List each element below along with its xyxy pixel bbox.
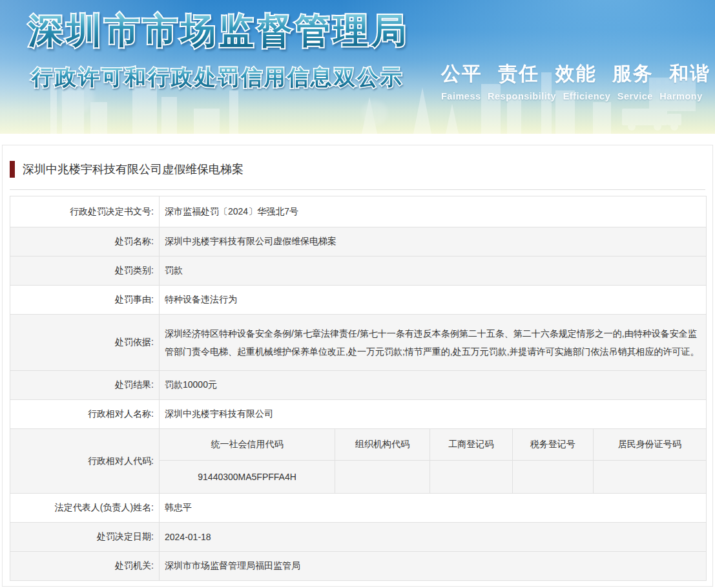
table-row-penalty-authority: 处罚机关: 深圳市市场监督管理局福田监管局 bbox=[10, 552, 707, 581]
title-divider bbox=[10, 189, 705, 190]
credit-code-value: 91440300MA5FPFFA4H bbox=[160, 461, 335, 494]
party-code-cell: 统一社会信用代码 组织机构代码 工商登记码 税务登记号 居民身份证号码 9144… bbox=[160, 429, 707, 494]
row-label: 处罚事由: bbox=[10, 286, 160, 315]
party-code-header-row: 统一社会信用代码 组织机构代码 工商登记码 税务登记号 居民身份证号码 bbox=[160, 429, 706, 461]
party-code-table: 统一社会信用代码 组织机构代码 工商登记码 税务登记号 居民身份证号码 9144… bbox=[160, 429, 706, 493]
row-value: 罚款10000元 bbox=[160, 371, 707, 400]
row-value: 深圳市市场监督管理局福田监管局 bbox=[160, 552, 707, 581]
table-row-decision-date: 处罚决定日期: 2024-01-18 bbox=[10, 523, 707, 552]
content-panel: 深圳中兆楼宇科技有限公司虚假维保电梯案 行政处罚决定书文号: 深市监福处罚〔20… bbox=[2, 145, 713, 587]
table-row-penalty-basis: 处罚依据: 深圳经济特区特种设备安全条例/第七章法律责任/第七十一条有违反本条例… bbox=[10, 315, 707, 371]
banner-subtitle: 行政许可和行政处罚信用信息双公示 bbox=[31, 65, 404, 89]
row-value: 深市监福处罚〔2024〕华强北7号 bbox=[160, 196, 707, 227]
truck-icon bbox=[622, 109, 681, 131]
row-value: 深圳中兆楼宇科技有限公司 bbox=[160, 400, 707, 429]
col-header-tax-reg: 税务登记号 bbox=[512, 429, 593, 461]
row-value: 深圳中兆楼宇科技有限公司虚假维保电梯案 bbox=[160, 227, 707, 257]
table-row-party-name: 行政相对人名称: 深圳中兆楼宇科技有限公司 bbox=[10, 400, 707, 429]
col-header-credit-code: 统一社会信用代码 bbox=[160, 429, 335, 461]
table-row-penalty-reason: 处罚事由: 特种设备违法行为 bbox=[10, 286, 707, 315]
row-value: 特种设备违法行为 bbox=[160, 286, 707, 315]
case-title: 深圳中兆楼宇科技有限公司虚假维保电梯案 bbox=[23, 160, 244, 179]
banner-slogan: 公平 责任 效能 服务 和谐 Faimess Responsibility Ef… bbox=[441, 61, 699, 101]
org-code-value bbox=[335, 461, 430, 494]
row-value: 罚款 bbox=[160, 257, 707, 286]
col-header-business-reg: 工商登记码 bbox=[430, 429, 512, 461]
table-row-penalty-result: 处罚结果: 罚款10000元 bbox=[10, 371, 707, 400]
table-row-penalty-name: 处罚名称: 深圳中兆楼宇科技有限公司虚假维保电梯案 bbox=[10, 227, 707, 257]
penalty-info-table: 行政处罚决定书文号: 深市监福处罚〔2024〕华强北7号 处罚名称: 深圳中兆楼… bbox=[10, 196, 707, 581]
site-banner: 深圳市市场监督管理局 行政许可和行政处罚信用信息双公示 公平 责任 效能 服务 … bbox=[0, 0, 715, 134]
row-label: 处罚结果: bbox=[10, 371, 160, 400]
table-row-decision-number: 行政处罚决定书文号: 深市监福处罚〔2024〕华强北7号 bbox=[10, 196, 707, 227]
row-value: 韩忠平 bbox=[160, 494, 707, 523]
col-header-org-code: 组织机构代码 bbox=[335, 429, 430, 461]
id-number-value bbox=[593, 461, 706, 494]
row-label: 行政相对人名称: bbox=[10, 400, 160, 429]
banner-slogan-en: Faimess Responsibility Efficiency Servic… bbox=[441, 91, 699, 101]
banner-slogan-cn: 公平 责任 效能 服务 和谐 bbox=[441, 61, 699, 87]
party-code-value-row: 91440300MA5FPFFA4H bbox=[160, 461, 706, 494]
business-reg-value bbox=[430, 461, 512, 494]
tax-reg-value bbox=[512, 461, 593, 494]
title-accent-bar bbox=[10, 161, 15, 178]
row-label: 处罚决定日期: bbox=[10, 523, 160, 552]
row-label: 行政相对人代码: bbox=[10, 429, 160, 494]
table-row-party-codes: 行政相对人代码: 统一社会信用代码 组织机构代码 工商登记码 税务登记号 居民身… bbox=[10, 429, 707, 494]
row-label: 法定代表人(负责人)姓名: bbox=[10, 494, 160, 523]
col-header-id-number: 居民身份证号码 bbox=[593, 429, 706, 461]
row-label: 处罚依据: bbox=[10, 315, 160, 371]
row-value: 深圳经济特区特种设备安全条例/第七章法律责任/第七十一条有违反本条例第二十五条、… bbox=[160, 315, 707, 371]
row-label: 处罚名称: bbox=[10, 227, 160, 257]
table-row-penalty-category: 处罚类别: 罚款 bbox=[10, 257, 707, 286]
banner-org-name: 深圳市市场监督管理局 bbox=[28, 11, 409, 50]
row-label: 处罚类别: bbox=[10, 257, 160, 286]
row-value: 2024-01-18 bbox=[160, 523, 707, 552]
row-label: 处罚机关: bbox=[10, 552, 160, 581]
table-row-legal-representative: 法定代表人(负责人)姓名: 韩忠平 bbox=[10, 494, 707, 523]
row-label: 行政处罚决定书文号: bbox=[10, 196, 160, 227]
case-title-row: 深圳中兆楼宇科技有限公司虚假维保电梯案 bbox=[9, 160, 706, 179]
